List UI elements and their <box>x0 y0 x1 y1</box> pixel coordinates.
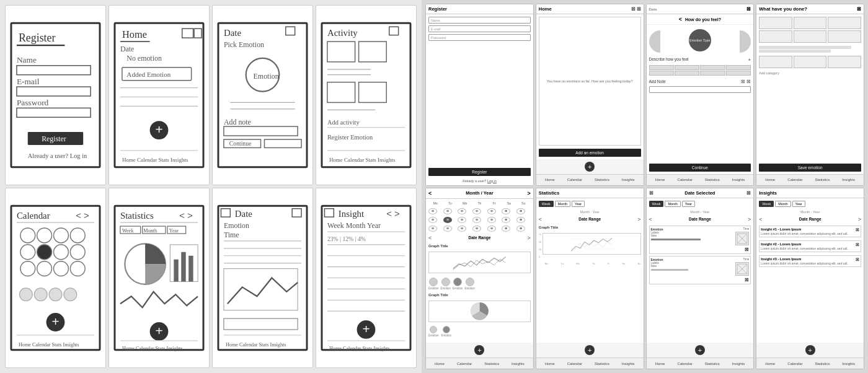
wf-stat-nav-calendar[interactable]: Calendar <box>567 362 582 366</box>
svg-text:E-mail: E-mail <box>17 77 40 86</box>
wf-insight3-close[interactable]: ⊠ <box>856 257 859 262</box>
wf-insights-nav-calendar[interactable]: Calendar <box>787 362 802 366</box>
wf-home-nav-home[interactable]: Home <box>545 178 555 182</box>
wf-ds-nav-insights[interactable]: Insights <box>732 362 745 366</box>
cal-date-selected[interactable]: ⊕ <box>443 217 452 223</box>
wf-activity-cell2[interactable] <box>759 56 792 68</box>
wf-feel-nav-home[interactable]: Home <box>655 178 665 182</box>
wf-insights-tab-month[interactable]: Month <box>775 201 790 207</box>
cal-date[interactable]: ⊖ <box>487 208 496 214</box>
wf-name-input[interactable]: Name <box>428 17 531 24</box>
cal-date[interactable]: ⊕ <box>502 226 510 232</box>
wf-continue-button[interactable]: Continue <box>649 164 751 172</box>
wf-wd-nav-calendar[interactable]: Calendar <box>787 178 802 182</box>
cal-date[interactable]: ⊕ <box>516 217 525 223</box>
wf-insight1-close[interactable]: ⊠ <box>856 227 859 232</box>
wf-insights-nav-home[interactable]: Home <box>765 362 775 366</box>
wf-cal-nav-stats[interactable]: Statistics <box>484 362 499 366</box>
wf-activity-cell2[interactable] <box>794 56 827 68</box>
wf-ds-nav-calendar[interactable]: Calendar <box>677 362 692 366</box>
wf-email-input[interactable]: E-mail <box>428 25 531 32</box>
wf-feel-nav-stats[interactable]: Statistics <box>705 178 720 182</box>
wf-insight2-close[interactable]: ⊠ <box>856 242 859 247</box>
wf-stat-tab-week[interactable]: Week <box>539 201 554 207</box>
wf-ds-range-fwd[interactable]: > <box>748 216 751 222</box>
cal-date[interactable]: ⊖ <box>472 208 481 214</box>
wf-home-footer: Home Calendar Statistics Insights <box>536 174 644 185</box>
cal-date[interactable]: ⊖ <box>487 217 496 223</box>
wf-stat-tab-year[interactable]: Year <box>572 201 585 207</box>
wf-password-input[interactable]: Password <box>428 34 531 41</box>
wf-insights-range-fwd[interactable]: > <box>858 216 861 222</box>
wf-register-button[interactable]: Register <box>428 168 531 176</box>
cal-date[interactable]: ⊖ <box>443 226 452 232</box>
wf-activity-cell[interactable] <box>794 30 827 43</box>
cal-date[interactable]: ⊖ <box>472 226 481 232</box>
wf-wd-nav-stats[interactable]: Statistics <box>815 178 830 182</box>
wf-emotion-type[interactable]: Emotion Type <box>689 29 711 51</box>
cal-date[interactable]: ⊕ <box>502 217 510 223</box>
wf-add-circle-btn[interactable]: + <box>585 162 595 172</box>
wf-ds-nav-home[interactable]: Home <box>655 362 665 366</box>
cal-date[interactable]: ⊖ <box>472 217 481 223</box>
wf-ds-tab-week[interactable]: Week <box>649 201 664 207</box>
wf-activity-cell[interactable] <box>828 17 861 29</box>
wf-feel-nav-calendar[interactable]: Calendar <box>677 178 692 182</box>
wf-insights-nav-insights[interactable]: Insights <box>842 362 855 366</box>
wf-graph1 <box>428 252 531 273</box>
wf-stat-tab-month[interactable]: Month <box>555 201 570 207</box>
wf-wd-nav-home[interactable]: Home <box>765 178 775 182</box>
cal-date[interactable]: ⊖ <box>428 208 437 214</box>
cal-date[interactable]: ⊖ <box>428 217 437 223</box>
wf-stat-nav-home[interactable]: Home <box>545 362 555 366</box>
wf-stat-range-back[interactable]: < <box>539 216 542 222</box>
wf-cal-nav-calendar[interactable]: Calendar <box>457 362 472 366</box>
cal-date[interactable]: ⊕ <box>502 208 510 214</box>
cal-date[interactable]: ⊖ <box>428 226 437 232</box>
wf-insights-range-back[interactable]: < <box>759 216 762 222</box>
wf-nav-back[interactable]: < <box>679 16 682 22</box>
wf-ds-tab-month[interactable]: Month <box>665 201 680 207</box>
wf-ds-tab-year[interactable]: Year <box>682 201 695 207</box>
wf-feel-nav-insights[interactable]: Insights <box>732 178 745 182</box>
wf-insights-tab-year[interactable]: Year <box>792 201 805 207</box>
wf-ds-range-back[interactable]: < <box>649 216 652 222</box>
wf-activity-cell2[interactable] <box>828 56 861 68</box>
wf-stat-range-fwd[interactable]: > <box>637 216 640 222</box>
cal-date[interactable]: ⊕ <box>516 226 525 232</box>
wf-home-nav-insights[interactable]: Insights <box>622 178 635 182</box>
wf-stat-nav-stats[interactable]: Statistics <box>595 362 609 366</box>
wf-calendar-nav-fwd[interactable]: > <box>527 190 530 196</box>
wf-stat-nav-insights[interactable]: Insights <box>622 362 635 366</box>
wf-home-nav-statistics[interactable]: Statistics <box>595 178 609 182</box>
wf-activity-cell[interactable] <box>828 30 861 43</box>
wf-stat-add-btn[interactable]: + <box>585 345 595 355</box>
wf-ds-nav-stats[interactable]: Statistics <box>705 362 720 366</box>
wf-activity-cell[interactable] <box>759 30 792 43</box>
wf-ds-add-btn[interactable]: + <box>695 345 705 355</box>
wf-cal-range-back[interactable]: < <box>428 235 432 241</box>
cal-date[interactable]: ⊖ <box>443 208 452 214</box>
wf-insights-tab-week[interactable]: Week <box>759 201 774 207</box>
wf-note-input[interactable] <box>649 86 751 93</box>
wf-add-emotion-button[interactable]: Add an emotion <box>539 149 641 157</box>
wf-wd-nav-insights[interactable]: Insights <box>842 178 855 182</box>
wf-home-nav-calendar[interactable]: Calendar <box>567 178 582 182</box>
svg-text:Register: Register <box>19 32 56 44</box>
wf-insights-add-btn[interactable]: + <box>805 345 815 355</box>
wf-cal-range-fwd[interactable]: > <box>527 235 530 241</box>
wf-activity-cell[interactable] <box>759 17 792 29</box>
cal-date[interactable]: ⊖ <box>458 217 466 223</box>
cal-date[interactable]: ⊖ <box>458 226 466 232</box>
cal-date[interactable]: ⊕ <box>516 208 525 214</box>
wf-ds-tabs: Week Month Year <box>649 201 751 207</box>
wf-cal-nav-insights[interactable]: Insights <box>512 362 525 366</box>
wf-cal-nav-home[interactable]: Home <box>435 362 445 366</box>
cal-date[interactable]: ⊖ <box>458 208 466 214</box>
wf-cal-add-btn[interactable]: + <box>474 345 484 355</box>
wf-activity-cell[interactable] <box>794 17 827 29</box>
wf-save-emotion-button[interactable]: Save emotion <box>759 164 861 172</box>
wf-calendar-nav-back[interactable]: < <box>428 190 432 196</box>
wf-insights-nav-stats[interactable]: Statistics <box>815 362 830 366</box>
cal-date[interactable]: ⊖ <box>487 226 496 232</box>
